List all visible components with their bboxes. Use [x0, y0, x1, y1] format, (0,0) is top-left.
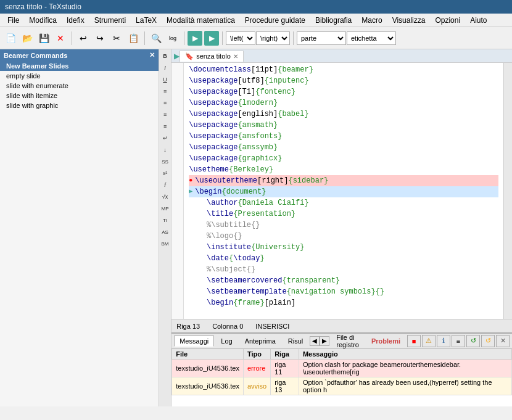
- error-indicator-icon: ●: [189, 175, 192, 186]
- log-row-2[interactable]: texstudio_iU4536.tex avviso riga 13 Opti…: [172, 377, 512, 395]
- toolbar-part-group: parte etichetta: [297, 31, 396, 45]
- status-column: Colonna 0: [212, 323, 243, 330]
- menu-latex[interactable]: LaTeX: [131, 15, 162, 26]
- tab-anteprima[interactable]: Anteprima: [239, 336, 281, 347]
- italic-icon[interactable]: I: [160, 62, 171, 73]
- log-type-2: avviso: [243, 377, 270, 395]
- function-icon[interactable]: f: [160, 179, 171, 191]
- redo-button[interactable]: ↪: [92, 30, 108, 46]
- return-icon[interactable]: ↵: [160, 133, 171, 144]
- filter-button[interactable]: ≡: [452, 335, 465, 347]
- compile-view-button[interactable]: ▶: [204, 31, 219, 46]
- search-button[interactable]: 🔍: [148, 30, 164, 46]
- menu-bibliografia[interactable]: Bibliografia: [310, 15, 357, 26]
- align-justify-icon[interactable]: ≡: [160, 121, 171, 132]
- log-message-2: Option `pdfauthor' has already been used…: [299, 377, 511, 395]
- align-center-icon[interactable]: ≡: [160, 97, 171, 109]
- sqrt-icon[interactable]: √x: [160, 191, 171, 202]
- menu-modalita[interactable]: Modalità matematica: [162, 15, 240, 26]
- tab-log[interactable]: Log: [215, 336, 237, 347]
- ss-icon[interactable]: SS: [160, 156, 171, 167]
- sep4: [222, 31, 223, 45]
- sidebar-close-icon[interactable]: ✕: [149, 51, 155, 59]
- menu-file[interactable]: File: [2, 15, 24, 26]
- align-left-icon[interactable]: ≡: [160, 86, 171, 97]
- section-select[interactable]: parte: [297, 31, 346, 45]
- editor-area: ▶ 🔖 senza titolo ✕ \documentclass[11pt]{…: [171, 49, 512, 406]
- menu-modifica[interactable]: Modifica: [24, 15, 62, 26]
- sep1: [72, 31, 72, 45]
- close-button[interactable]: ✕: [52, 30, 68, 46]
- editor-content[interactable]: \documentclass[11pt]{beamer} \usepackage…: [171, 63, 512, 319]
- tab-messaggi[interactable]: Messaggi: [174, 336, 214, 347]
- tab-close-button[interactable]: ✕: [233, 53, 238, 60]
- code-editor[interactable]: \documentclass[11pt]{beamer} \usepackage…: [184, 63, 503, 319]
- code-line-3: \usepackage[T1]{fontenc}: [189, 86, 498, 97]
- warning-button[interactable]: ⚠: [422, 335, 436, 347]
- refresh2-button[interactable]: ↺: [481, 335, 495, 347]
- ti-icon[interactable]: TI: [160, 215, 171, 226]
- sidebar-item-itemize[interactable]: slide with itemize: [0, 91, 159, 101]
- undo-button[interactable]: ↩: [75, 30, 91, 46]
- mp-icon[interactable]: MP: [160, 203, 171, 214]
- log-row-1[interactable]: texstudio_iU4536.tex errore riga 11 Opti…: [172, 360, 512, 377]
- compile-button[interactable]: ▶: [188, 31, 202, 46]
- tab-risultati[interactable]: Risul: [283, 336, 308, 347]
- tab-label: senza titolo: [196, 52, 231, 60]
- menu-bar: File Modifica Idefix Strumenti LaTeX Mod…: [0, 14, 512, 27]
- toolbar-math-group: \left( \right): [226, 31, 290, 45]
- paste-button[interactable]: 📋: [125, 30, 141, 46]
- bold-icon[interactable]: B: [160, 51, 171, 62]
- refresh-button[interactable]: ↺: [466, 335, 480, 347]
- sep3: [184, 31, 184, 45]
- menu-visualizza[interactable]: Visualizza: [387, 15, 431, 26]
- sidebar-item-empty-slide[interactable]: empty slide: [0, 71, 159, 81]
- tab-arrow-icon: ▶: [174, 52, 180, 60]
- new-button[interactable]: 📄: [2, 30, 19, 46]
- info-button[interactable]: ℹ: [437, 335, 450, 347]
- code-line-10: \usetheme{Berkeley}: [189, 164, 498, 175]
- as-icon[interactable]: AS: [160, 226, 171, 237]
- label-select[interactable]: etichetta: [347, 31, 396, 45]
- code-line-11: ● \useoutertheme[right]{sidebar}: [189, 175, 498, 186]
- close-panel-button[interactable]: ✕: [496, 335, 510, 347]
- sidebar-item-new-beamer[interactable]: New Beamer Slides: [0, 61, 159, 71]
- bottom-tab-bar: Messaggi Log Anteprima Risul ◀ ▶ File di…: [171, 334, 512, 348]
- save-button[interactable]: 💾: [36, 30, 52, 46]
- underline-icon[interactable]: U: [160, 74, 171, 85]
- search-log-button[interactable]: log: [165, 30, 181, 46]
- editor-scrollbar[interactable]: [503, 63, 512, 319]
- editor-tab-senza-titolo[interactable]: 🔖 senza titolo ✕: [180, 51, 244, 62]
- tab-file-registro[interactable]: File di registro: [331, 332, 365, 350]
- superscript-icon[interactable]: x²: [160, 168, 171, 179]
- left-bracket-select[interactable]: \left(: [226, 31, 255, 45]
- code-line-4: \usepackage{lmodern}: [189, 97, 498, 109]
- panel-next-button[interactable]: ▶: [320, 336, 329, 346]
- code-line-2: \usepackage[utf8]{inputenc}: [189, 75, 498, 86]
- sidebar-item-enumerate[interactable]: slide with enumerate: [0, 81, 159, 91]
- sidebar: Beamer Commands ✕ New Beamer Slides empt…: [0, 49, 159, 406]
- align-right-icon[interactable]: ≡: [160, 109, 171, 120]
- menu-macro[interactable]: Macro: [357, 15, 387, 26]
- sidebar-title: Beamer Commands: [4, 52, 67, 59]
- editor-scroll: \documentclass[11pt]{beamer} \usepackage…: [171, 63, 512, 319]
- right-bracket-select[interactable]: \right): [256, 31, 290, 45]
- cut-button[interactable]: ✂: [109, 30, 125, 46]
- open-button[interactable]: 📂: [19, 30, 35, 46]
- col-messaggio: Messaggio: [299, 349, 511, 360]
- bm-icon[interactable]: BM: [160, 238, 171, 249]
- code-line-15: %\subtitle{}: [189, 220, 498, 231]
- tab-problemi[interactable]: Problemi: [366, 336, 406, 347]
- menu-opzioni[interactable]: Opzioni: [430, 15, 465, 26]
- code-line-14: \title{Presentation}: [189, 208, 498, 220]
- menu-procedure[interactable]: Procedure guidate: [240, 15, 310, 26]
- panel-prev-button[interactable]: ◀: [310, 336, 320, 346]
- stop-button[interactable]: ■: [407, 335, 421, 347]
- menu-idefix[interactable]: Idefix: [62, 15, 89, 26]
- sidebar-item-graphic[interactable]: slide with graphic: [0, 101, 159, 110]
- down-arrow-icon[interactable]: ↓: [160, 144, 171, 155]
- tab-bookmark-icon: 🔖: [185, 52, 194, 60]
- code-line-8: \usepackage{amssymb}: [189, 142, 498, 153]
- menu-aiuto[interactable]: Aiuto: [465, 15, 492, 26]
- menu-strumenti[interactable]: Strumenti: [89, 15, 131, 26]
